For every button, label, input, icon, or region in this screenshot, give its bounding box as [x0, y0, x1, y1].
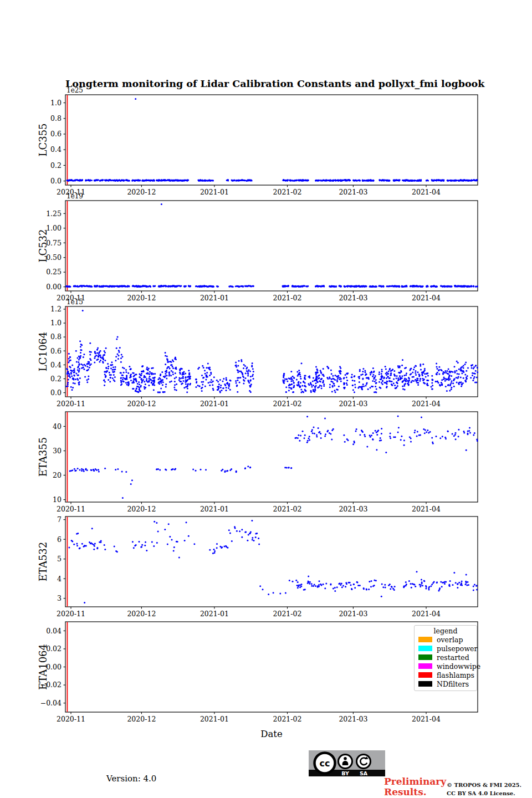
x-tick-label: 2021-01 [200, 400, 229, 408]
legend-entry-label: flashlamps [437, 671, 474, 679]
x-tick-label: 2021-01 [200, 610, 229, 618]
axes-frame [65, 95, 478, 185]
ylabel-lc532: LC532 [37, 229, 49, 262]
by-icon-head [344, 757, 347, 760]
xaxis-title: Date [260, 729, 282, 739]
preliminary-line1: Preliminary [384, 776, 446, 787]
ylabel-eta1064: ETA1064 [37, 644, 49, 690]
version-text: Version: 4.0 [106, 774, 156, 784]
x-tick-label: 2021-03 [339, 400, 367, 408]
y-tick-label: 0.25 [46, 268, 62, 276]
x-tick-label: 2021-01 [200, 294, 229, 302]
x-tick-label: 2020-12 [127, 715, 156, 723]
legend-swatch-pulsepower [418, 646, 432, 651]
x-tick-label: 2020-12 [127, 400, 156, 408]
y-tick-label: 0.2 [50, 161, 62, 170]
y-tick-label: 0.00 [46, 283, 62, 291]
x-tick-label: 2021-04 [412, 188, 441, 196]
y-tick-label: 1.2 [50, 305, 62, 313]
x-tick-label: 2020-11 [57, 505, 85, 513]
x-tick-label: 2020-11 [57, 400, 85, 408]
axes-frame [65, 201, 478, 291]
subplot-eta532: 345672020-112020-122021-012021-022021-03… [37, 515, 478, 618]
preliminary-line2: Results. [384, 787, 446, 797]
legend-swatch-flashlamps [418, 672, 432, 678]
preliminary-note: Preliminary Results. [384, 776, 446, 797]
y-tick-label: 0.04 [46, 627, 62, 635]
x-tick-label: 2021-04 [412, 715, 441, 723]
x-tick-label: 2021-03 [339, 715, 367, 723]
legend-entry: NDfilters [415, 679, 477, 688]
x-tick-label: 2021-02 [273, 188, 302, 196]
y-tick-label: 10 [53, 495, 62, 504]
x-tick-label: 2021-02 [273, 715, 302, 723]
x-tick-label: 2021-02 [273, 610, 302, 618]
subplot-lc1064: 0.00.20.40.60.81.01.22020-112020-122021-… [37, 298, 478, 408]
x-tick-label: 2021-03 [339, 294, 367, 302]
legend-entry-label: overlap [437, 636, 463, 644]
y-tick-label: 1.0 [50, 99, 62, 107]
legend-swatch-overlap [418, 637, 432, 642]
x-tick-label: 2020-12 [127, 294, 156, 302]
subplot-eta355: 102030402020-112020-122021-012021-022021… [37, 412, 478, 513]
y-offset-label: 1e25 [66, 86, 83, 94]
y-tick-label: 6 [57, 535, 62, 544]
ylabel-eta355: ETA355 [37, 437, 49, 477]
y-tick-label: 0.0 [50, 388, 62, 397]
subplot-eta1064: −0.04−0.020.000.020.042020-112020-122021… [37, 622, 478, 723]
legend-entry: flashlamps [415, 671, 477, 679]
legend-entry-label: NDfilters [437, 680, 469, 688]
y-tick-label: 40 [53, 422, 62, 431]
sa-icon [357, 755, 371, 769]
y-tick-label: 0.4 [50, 361, 62, 369]
legend-entry-label: windowwipe [437, 662, 480, 671]
x-tick-label: 2021-01 [200, 188, 229, 196]
y-tick-label: −0.04 [40, 699, 62, 707]
figure: Longterm monitoring of Lidar Calibration… [0, 0, 532, 798]
x-tick-label: 2021-03 [339, 188, 367, 196]
x-tick-label: 2021-01 [200, 505, 229, 513]
x-tick-label: 2021-04 [412, 610, 441, 618]
x-tick-label: 2021-02 [273, 400, 302, 408]
legend-entry-label: pulsepower [437, 644, 477, 653]
y-tick-label: 1.25 [46, 209, 62, 218]
y-tick-label: 1.0 [50, 319, 62, 327]
y-tick-label: 20 [53, 471, 62, 479]
legend-swatch-windowwipe [418, 663, 432, 669]
cc-license-badge: cc BY SA [309, 750, 385, 776]
y-tick-label: 0.6 [50, 347, 62, 355]
x-tick-label: 2021-03 [339, 610, 367, 618]
y-offset-label: 1e19 [66, 192, 83, 200]
axes-frame [65, 516, 478, 607]
legend-title: legend [415, 627, 477, 635]
x-tick-label: 2021-04 [412, 505, 441, 513]
copyright-line1: © TROPOS & FMI 2025. [447, 781, 521, 790]
ylabel-lc355: LC355 [37, 123, 49, 156]
x-tick-label: 2021-04 [412, 400, 441, 408]
legend-swatch-restarted [418, 654, 432, 660]
y-tick-label: 0.6 [50, 130, 62, 138]
axes-frame [65, 412, 478, 502]
y-tick-label: 7 [57, 515, 62, 524]
legend-entry-label: restarted [437, 653, 469, 662]
x-tick-label: 2021-02 [273, 505, 302, 513]
y-offset-label: 1e15 [66, 298, 83, 306]
y-tick-label: 0.4 [50, 145, 62, 154]
copyright-note: © TROPOS & FMI 2025. CC BY SA 4.0 Licens… [447, 781, 521, 797]
legend-entry: restarted [415, 653, 477, 662]
y-tick-label: 4 [57, 575, 62, 583]
y-tick-label: 3 [57, 594, 62, 602]
x-tick-label: 2021-03 [339, 505, 367, 513]
legend-box: legend overlappulsepowerrestartedwindoww… [414, 625, 477, 691]
sa-label: SA [360, 770, 368, 776]
y-tick-label: 0.8 [50, 114, 62, 122]
legend-entry: windowwipe [415, 662, 477, 671]
y-tick-label: 0.0 [50, 177, 62, 185]
by-label: BY [341, 770, 349, 776]
ylabel-lc1064: LC1064 [37, 332, 49, 372]
y-tick-label: 0.8 [50, 332, 62, 341]
legend-swatch-NDfilters [418, 681, 432, 687]
x-tick-label: 2020-12 [127, 505, 156, 513]
y-tick-label: 30 [53, 447, 62, 455]
y-tick-label: 0.2 [50, 375, 62, 383]
